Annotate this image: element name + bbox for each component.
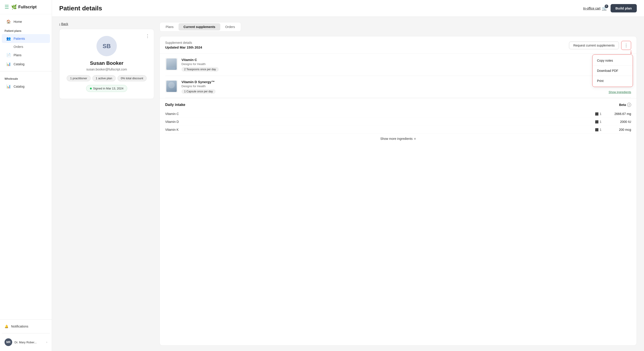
sidebar-item-plans-label: Plans	[14, 53, 22, 57]
tab-orders[interactable]: Orders	[220, 23, 240, 30]
plans-icon: 📄	[6, 53, 11, 57]
vitamin-d-brand: Designs for Health	[182, 84, 605, 88]
catalog-icon: 📊	[6, 62, 11, 66]
sidebar-item-patients-label: Patients	[14, 37, 25, 40]
daily-intake-title: Daily intake	[165, 103, 185, 107]
patient-card: ⋮ SB Susan Booker susan.booker@fullscrip…	[59, 29, 154, 99]
dropdown-download-pdf[interactable]: Download PDF	[592, 66, 633, 75]
sidebar-item-plans[interactable]: 📄 Plans	[2, 51, 50, 59]
vitamin-d-image	[165, 80, 178, 93]
supplement-details-box: ↓ Supplement details Updated Mar 15th 20…	[160, 36, 637, 346]
app-name: Fullscript	[18, 5, 36, 9]
patient-email: susan.booker@fullscript.com	[66, 67, 148, 71]
intake-vitamin-d-amount: 2000 IU	[608, 120, 631, 124]
signed-text: Signed in Mar 13, 2024	[93, 87, 124, 90]
sidebar-item-home[interactable]: 🏠 Home	[2, 17, 50, 26]
vitamin-c-brand: Designs for Health	[182, 62, 631, 66]
detail-panel: Plans Current supplements Orders ↓ Suppl…	[160, 22, 637, 346]
arrow-indicator: ↓	[630, 48, 632, 55]
vitamin-c-image	[165, 58, 178, 70]
vitamin-d-dosage: 1 Capsule once per day	[182, 89, 216, 94]
chevron-right-icon: ›	[46, 341, 47, 344]
supplement-details-label: Supplement details	[165, 41, 202, 44]
beta-label: Beta i	[619, 103, 631, 107]
tag-active-plan: 1 active plan	[92, 75, 116, 81]
pill-icon-3: ⬛	[595, 128, 598, 131]
tab-plans[interactable]: Plans	[161, 23, 178, 30]
show-ingredients-link[interactable]: Show ingredients	[608, 90, 631, 94]
home-icon: 🏠	[6, 19, 11, 24]
avatar: MR	[4, 338, 12, 346]
main-content: Patient details In-office cart 🛒 0 Build…	[52, 0, 644, 351]
tabs: Plans Current supplements Orders	[160, 22, 241, 32]
signed-badge: Signed in Mar 13, 2024	[86, 85, 127, 92]
sidebar-item-wholesale-catalog-label: Catalog	[14, 85, 24, 88]
notifications-label: Notifications	[11, 325, 28, 328]
sidebar: ☰ 🌿 Fullscript 🏠 Home Patient plans 👥 Pa…	[0, 0, 52, 351]
build-plan-button[interactable]: Build plan	[610, 4, 637, 12]
supplement-title-area: Supplement details Updated Mar 15th 2024	[165, 41, 202, 49]
tab-current-supplements[interactable]: Current supplements	[178, 23, 220, 30]
pill-icon-2: ⬛	[595, 120, 598, 124]
intake-row-vitamin-d: Vitamin D ⬛ 1 2000 IU	[165, 118, 631, 126]
header-actions: In-office cart 🛒 0 Build plan	[583, 4, 637, 12]
back-link[interactable]: ‹ Back	[59, 22, 154, 26]
pill-icon: ⬛	[595, 112, 598, 116]
daily-intake-section: Daily intake Beta i Vitamin C ⬛ 1 2666.6…	[160, 98, 636, 146]
vitamin-d-name: Vitamin D Synergy™	[182, 80, 605, 84]
sidebar-item-orders[interactable]: Orders	[2, 43, 50, 50]
user-profile[interactable]: MR Dr. Mary Rober... ›	[2, 336, 50, 348]
sidebar-item-catalog[interactable]: 📊 Catalog	[2, 60, 50, 68]
in-office-cart-link[interactable]: In-office cart 🛒 0	[583, 6, 607, 11]
user-name: Dr. Mary Rober...	[14, 341, 44, 344]
dropdown-print[interactable]: Print	[592, 76, 633, 85]
header: Patient details In-office cart 🛒 0 Build…	[52, 0, 644, 17]
patient-tags: 1 practitioner 1 active plan 0% total di…	[66, 75, 148, 81]
bell-icon: 🔔	[4, 325, 8, 328]
intake-vitamin-k-count: ⬛ 1	[595, 128, 608, 131]
request-supplements-button[interactable]: Request current supplements	[569, 41, 619, 49]
supplement-updated-date: Updated Mar 15th 2024	[165, 45, 202, 49]
menu-icon[interactable]: ☰	[4, 4, 9, 10]
supplement-actions: Request current supplements ⋮	[569, 41, 631, 50]
chevron-down-icon: ∨	[414, 137, 416, 140]
dropdown-menu: Copy notes Download PDF Print	[592, 54, 633, 87]
sidebar-bottom: 🔔 Notifications MR Dr. Mary Rober... ›	[0, 319, 52, 351]
content-area: ‹ Back ⋮ SB Susan Booker susan.booker@fu…	[52, 17, 644, 351]
sidebar-item-catalog-label: Catalog	[14, 62, 24, 66]
sidebar-item-home-label: Home	[14, 20, 22, 23]
dropdown-copy-notes[interactable]: Copy notes	[592, 56, 633, 65]
tag-discount: 0% total discount	[118, 75, 147, 81]
show-more-ingredients-link[interactable]: Show more ingredients ∨	[165, 134, 631, 141]
back-link-label: Back	[61, 22, 68, 26]
logo-leaf-icon: 🌿	[11, 4, 17, 10]
cart-badge: 0	[605, 4, 608, 8]
sidebar-item-wholesale-catalog[interactable]: 📊 Catalog	[2, 82, 50, 91]
tag-practitioner: 1 practitioner	[67, 75, 90, 81]
vitamin-c-name: Vitamin C	[182, 58, 631, 62]
section-wholesale: Wholesale	[0, 74, 52, 82]
patient-panel: ‹ Back ⋮ SB Susan Booker susan.booker@fu…	[59, 22, 154, 346]
logo-area: ☰ 🌿 Fullscript	[0, 0, 52, 14]
card-menu-button[interactable]: ⋮	[145, 33, 150, 39]
supplement-list: Vitamin C Designs for Health 2 Teaspoons…	[160, 54, 636, 98]
sidebar-divider	[0, 71, 52, 71]
notifications-item[interactable]: 🔔 Notifications	[2, 322, 50, 331]
intake-vitamin-c-name: Vitamin C	[165, 112, 595, 116]
intake-vitamin-d-name: Vitamin D	[165, 120, 595, 124]
sidebar-menu: 🏠 Home Patient plans 👥 Patients Orders 📄…	[0, 14, 52, 319]
wholesale-catalog-icon: 📊	[6, 84, 11, 88]
intake-vitamin-d-count: ⬛ 1	[595, 120, 608, 124]
vitamin-d-info: Vitamin D Synergy™ Designs for Health 1 …	[182, 80, 605, 94]
dropdown-divider-2	[592, 76, 633, 76]
info-icon[interactable]: i	[627, 103, 631, 107]
patients-icon: 👥	[6, 36, 11, 41]
supplement-item-vitamin-d: Vitamin D Synergy™ Designs for Health 1 …	[165, 76, 631, 98]
intake-row-vitamin-c: Vitamin C ⬛ 1 2666.67 mg	[165, 110, 631, 118]
intake-vitamin-k-amount: 200 mcg	[608, 128, 631, 131]
in-office-cart-label: In-office cart	[583, 6, 600, 10]
sidebar-item-patients[interactable]: 👥 Patients	[2, 34, 50, 43]
supplement-header: Supplement details Updated Mar 15th 2024…	[160, 36, 636, 54]
green-dot-icon	[90, 88, 92, 89]
back-arrow-icon: ‹	[59, 22, 60, 26]
